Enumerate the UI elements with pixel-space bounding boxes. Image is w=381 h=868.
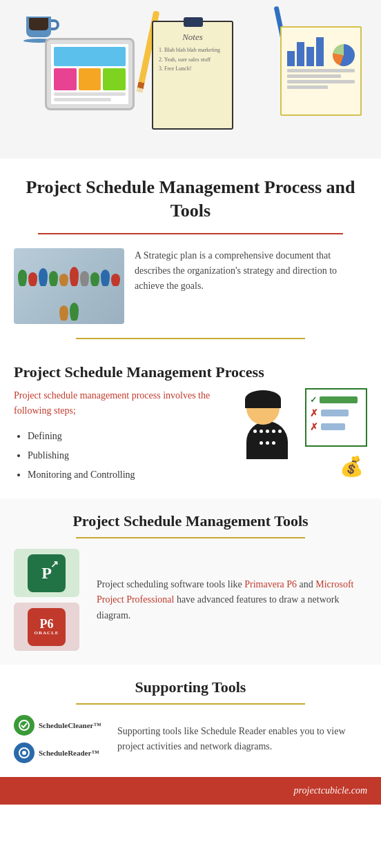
footer-url: projectcubicle.com <box>294 785 367 796</box>
p6-oracle-logo: P6 ORACLE <box>28 608 66 646</box>
report-illustration <box>280 26 362 116</box>
gold-divider-1 <box>76 338 304 339</box>
tools-heading: Project Schedule Management Tools <box>0 505 381 537</box>
list-item: Monitoring and Controlling <box>28 465 229 485</box>
schedule-cleaner-icon <box>14 715 35 736</box>
schedule-reader-logo: ScheduleReader™ <box>14 743 104 763</box>
process-text-block: Project schedule management process invo… <box>14 388 229 485</box>
p6-oracle-logo-box: P6 ORACLE <box>14 603 79 651</box>
tools-content: P ↗ P6 ORACLE Project scheduling softwar… <box>0 549 381 651</box>
schedule-reader-label: ScheduleReader™ <box>39 749 99 757</box>
intro-image <box>14 248 124 324</box>
process-steps-list: Defining Publishing Monitoring and Contr… <box>14 427 229 485</box>
notepad-illustration: Notes 1. Blah blah blah marketing 2. Yea… <box>152 21 233 130</box>
process-illustration: ✓ ✗ ✗ 💰 <box>240 388 367 478</box>
tablet-illustration <box>45 38 135 110</box>
tools-logos: P ↗ P6 ORACLE <box>14 549 83 651</box>
footer: projectcubicle.com <box>0 777 381 805</box>
coffee-cup-illustration <box>26 12 57 37</box>
schedule-cleaner-label: ScheduleCleaner™ <box>39 721 101 729</box>
checklist-illustration: ✓ ✗ ✗ <box>305 388 367 447</box>
schedule-cleaner-logo: ScheduleCleaner™ <box>14 715 104 736</box>
page-title: Project Schedule Management Process and … <box>0 159 381 233</box>
process-section: Project schedule management process invo… <box>0 388 381 499</box>
money-bags-illustration: 💰 <box>340 455 364 478</box>
header-illustration: Notes 1. Blah blah blah marketing 2. Yea… <box>0 0 381 159</box>
supporting-section: Supporting Tools ScheduleCleaner™ Schedu… <box>0 665 381 777</box>
svg-point-0 <box>19 720 29 730</box>
ms-project-logo-box: P ↗ <box>14 549 79 597</box>
supporting-logos: ScheduleCleaner™ ScheduleReader™ <box>14 715 104 763</box>
supporting-content: ScheduleCleaner™ ScheduleReader™ Support… <box>0 715 381 763</box>
intro-text: A Strategic plan is a comprehensive docu… <box>135 248 367 294</box>
red-divider <box>38 233 343 234</box>
svg-point-2 <box>22 751 26 755</box>
tools-description: Project scheduling software tools like P… <box>97 577 367 623</box>
notepad-title: Notes <box>153 32 232 43</box>
notepad-content: 1. Blah blah blah marketing 2. Yeah, sur… <box>153 43 232 77</box>
intro-section: A Strategic plan is a comprehensive docu… <box>0 248 381 338</box>
list-item: Publishing <box>28 446 229 465</box>
supporting-description: Supporting tools like Schedule Reader en… <box>117 724 367 755</box>
gold-divider-2 <box>76 537 304 538</box>
process-intro: Project schedule management process invo… <box>14 388 229 419</box>
process-section-heading: Project Schedule Management Process <box>0 353 381 388</box>
supporting-heading: Supporting Tools <box>0 672 381 703</box>
schedule-reader-icon <box>14 743 35 763</box>
person-figure <box>246 392 288 459</box>
tools-section: Project Schedule Management Tools P ↗ P6… <box>0 498 381 665</box>
list-item: Defining <box>28 427 229 446</box>
gold-divider-3 <box>76 703 304 705</box>
ms-project-logo: P ↗ <box>28 554 66 592</box>
